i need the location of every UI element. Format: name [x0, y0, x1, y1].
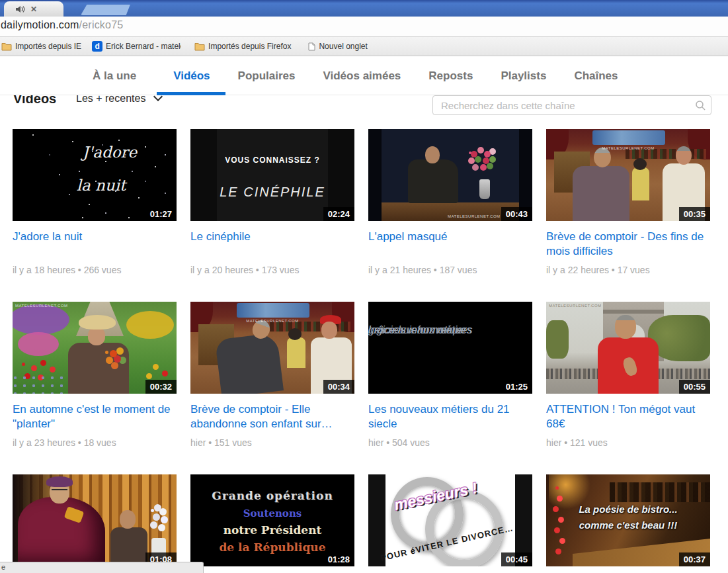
video-thumbnail[interactable]: MATELESURLENET.COM 00:55 — [546, 302, 710, 394]
video-thumbnail[interactable]: MATELESURLENET.COM 00:32 — [13, 302, 177, 394]
bookmark-label: Erick Bernard - matelesu — [106, 42, 181, 51]
video-card: MATELESURLENET.COM 00:43 L'appel masqué … — [368, 129, 532, 292]
duration-badge: 00:32 — [145, 380, 177, 394]
speaker-icon — [16, 5, 25, 13]
channel-search — [432, 95, 711, 115]
video-thumbnail[interactable]: messieurs ! POUR éVITER LE DIVORCE… 00:4… — [368, 474, 532, 566]
video-title-link[interactable]: Brève de comptoir - Des fins de mois dif… — [546, 230, 710, 260]
bookmark-label: Importés depuis IE — [15, 42, 81, 51]
tab-videos-aimees[interactable]: Vidéos aimées — [323, 69, 401, 83]
duration-badge: 00:34 — [323, 380, 354, 394]
video-title-link[interactable]: Les nouveaux métiers du 21 siecle — [368, 402, 532, 433]
bookmark-label: Importés depuis Firefox — [208, 42, 291, 51]
video-thumbnail[interactable]: MATELESURLENET.COM 00:35 — [546, 129, 710, 221]
url-host: dailymotion.com — [1, 19, 79, 30]
video-meta: il y a 20 heures • 173 vues — [190, 265, 354, 275]
content-header: Vidéos Les + récentes — [0, 91, 728, 120]
tab-chaines[interactable]: Chaînes — [574, 69, 618, 83]
duration-badge: 00:45 — [501, 552, 532, 566]
bookmark-label: Nouvel onglet — [319, 42, 367, 51]
video-meta: il y a 18 heures • 266 vues — [13, 265, 177, 275]
video-thumbnail[interactable]: 01:08 — [13, 474, 177, 566]
duration-badge: 00:35 — [679, 207, 710, 221]
tab-reposts[interactable]: Reposts — [428, 69, 473, 83]
thumb-art — [13, 304, 69, 335]
video-thumbnail[interactable]: MATELESURLENET.COM 00:34 — [190, 302, 354, 394]
thumb-text: comme c'est beau !!! — [546, 519, 710, 531]
watermark-text: MATELESURLENET.COM — [546, 146, 710, 150]
video-title-link[interactable]: Le cinéphile — [190, 230, 354, 260]
video-card: 01:08 — [13, 474, 177, 573]
close-tab-icon[interactable]: ✕ — [30, 5, 37, 13]
video-title-link[interactable]: J'adore la nuit — [13, 230, 177, 260]
thumb-art — [32, 134, 34, 136]
tab-populaires[interactable]: Populaires — [238, 69, 296, 83]
video-thumbnail[interactable]: La poésie de bistro... comme c'est beau … — [546, 474, 710, 566]
video-meta: hier • 121 vues — [546, 437, 710, 448]
thumb-text: de la République — [190, 541, 354, 554]
video-meta: il y a 22 heures • 17 vues — [546, 265, 710, 275]
duration-badge: 00:37 — [679, 552, 710, 566]
duration-badge: 00:55 — [679, 380, 710, 394]
address-bar[interactable]: dailymotion.com/ericko75 — [1, 19, 123, 31]
watermark-text: MATELESURLENET.COM — [190, 319, 354, 323]
video-card: MATELESURLENET.COM 00:55 ATTENTION ! Ton… — [546, 302, 710, 465]
video-title-link[interactable]: Brève de comptoir - Elle abandonne son e… — [190, 402, 354, 433]
folder-icon — [1, 42, 12, 51]
duration-badge: 02:24 — [323, 207, 354, 221]
folder-icon — [194, 42, 205, 51]
channel-nav-header: À la une Vidéos Populaires Vidéos aimées… — [0, 56, 728, 95]
video-card: La poésie de bistro... comme c'est beau … — [546, 474, 710, 573]
duration-badge: 01:27 — [145, 207, 177, 221]
watermark-text: MATELESURLENET.COM — [549, 304, 602, 308]
video-grid: J'adore la nuit 01:27 J'adore la nuit il… — [13, 129, 728, 573]
bookmark-imported-ie[interactable]: Importés depuis IE — [1, 42, 81, 51]
channel-tabs: À la une Vidéos Populaires Vidéos aimées… — [0, 56, 728, 83]
bookmark-imported-firefox[interactable]: Importés depuis Firefox — [194, 42, 291, 51]
video-title-link[interactable]: ATTENTION ! Ton mégot vaut 68€ — [546, 402, 710, 433]
status-bubble: e — [0, 562, 204, 573]
video-thumbnail[interactable]: VOUS CONNAiSSEZ ? LE CINÉPHILE 02:24 — [190, 129, 354, 221]
video-card: Grande opération Soutenons notre Préside… — [190, 474, 354, 573]
video-card: messieurs ! POUR éVITER LE DIVORCE… 00:4… — [368, 474, 532, 573]
duration-badge: 00:43 — [501, 207, 532, 221]
video-card: MATELESURLENET.COM 00:32 En automne c'es… — [13, 302, 177, 465]
browser-toolbar: dailymotion.com/ericko75 — [0, 17, 728, 37]
video-card: Les nouveaux métiers grâce aux nouveaux … — [368, 302, 532, 465]
thumb-text: La poésie de bistro... — [546, 504, 710, 515]
tab-a-la-une[interactable]: À la une — [93, 69, 136, 83]
video-meta: il y a 23 heures • 18 vues — [13, 437, 177, 448]
video-title-link[interactable]: En automne c'est le moment de "planter" — [13, 402, 177, 433]
video-card: MATELESURLENET.COM 00:35 Brève de compto… — [546, 129, 710, 292]
thumb-text: Soutenons — [190, 507, 354, 519]
bookmarks-bar: Importés depuis IE d Erick Bernard - mat… — [0, 37, 728, 56]
thumb-art — [217, 129, 328, 221]
tab-videos[interactable]: Vidéos — [173, 69, 210, 83]
thumb-art — [368, 129, 382, 221]
watermark-text: MATELESURLENET.COM — [15, 304, 68, 308]
video-title-link[interactable]: L'appel masqué — [368, 230, 532, 260]
video-card: VOUS CONNAiSSEZ ? LE CINÉPHILE 02:24 Le … — [190, 129, 354, 292]
video-thumbnail[interactable]: MATELESURLENET.COM 00:43 — [368, 129, 532, 221]
duration-badge: 01:28 — [323, 552, 354, 566]
thumb-text: la nuit — [13, 177, 177, 194]
browser-tab[interactable]: ✕ — [4, 1, 63, 17]
video-meta: hier • 504 vues — [368, 437, 532, 448]
bookmark-new-tab[interactable]: Nouvel onglet — [308, 42, 367, 51]
search-input[interactable] — [440, 97, 687, 113]
url-path: /ericko75 — [79, 19, 124, 30]
tab-playlists[interactable]: Playlists — [501, 69, 546, 83]
page-icon — [308, 42, 315, 51]
search-icon[interactable] — [695, 100, 706, 113]
new-tab-button[interactable] — [81, 5, 132, 15]
thumb-text: LE CINÉPHILE — [190, 185, 354, 200]
video-thumbnail[interactable]: Les nouveaux métiers grâce aux nouveaux … — [368, 302, 532, 394]
bookmark-erick-bernard[interactable]: d Erick Bernard - matelesu — [92, 41, 181, 52]
video-meta: il y a 21 heures • 187 vues — [368, 265, 532, 275]
browser-tab-strip: ✕ — [0, 0, 728, 17]
thumb-text: Grande opération — [190, 489, 354, 502]
watermark-text: MATELESURLENET.COM — [448, 214, 501, 218]
dailymotion-favicon: d — [92, 41, 102, 52]
video-thumbnail[interactable]: J'adore la nuit 01:27 — [13, 129, 177, 221]
video-thumbnail[interactable]: Grande opération Soutenons notre Préside… — [190, 474, 354, 566]
